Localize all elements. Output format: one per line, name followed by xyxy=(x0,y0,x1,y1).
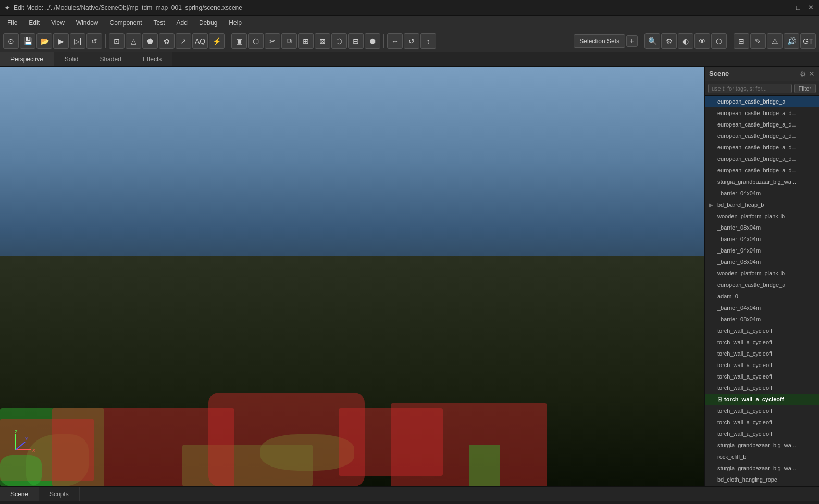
toolbar-btn-view4[interactable]: 👁 xyxy=(694,33,710,49)
scene-panel-settings[interactable]: ⚙ xyxy=(800,70,806,78)
scene-list-item[interactable]: _barrier_04x04m xyxy=(705,187,819,199)
scene-list-item[interactable]: european_castle_bridge_a_d... xyxy=(705,165,819,176)
menu-view[interactable]: View xyxy=(46,18,70,28)
toolbar-btn-11[interactable]: AQ xyxy=(192,33,208,49)
toolbar-btn-8[interactable]: ⬟ xyxy=(142,33,158,49)
toolbar-btn-r4[interactable]: 🔊 xyxy=(784,33,799,49)
menu-window[interactable]: Window xyxy=(71,18,104,28)
scene-list-item[interactable]: european_castle_bridge_a_d... xyxy=(705,130,819,142)
toolbar-btn-20[interactable]: ⬢ xyxy=(365,33,380,49)
toolbar-btn-1[interactable]: ⊙ xyxy=(3,33,19,49)
scene-list-item[interactable]: torch_wall_a_cycleoff xyxy=(705,382,819,394)
toolbar-btn-view2[interactable]: ⚙ xyxy=(661,33,677,49)
main-area: X Z Y Scene ⚙ ✕ Filter european_castle_b… xyxy=(0,67,819,486)
minimize-button[interactable]: — xyxy=(781,4,790,12)
scene-list-item[interactable]: ▶bd_barrel_heap_b xyxy=(705,199,819,210)
scene-list-item[interactable]: european_castle_bridge_a xyxy=(705,279,819,291)
scene-item-label: _barrier_08x04m xyxy=(717,259,761,265)
bottom-tab-scripts[interactable]: Scripts xyxy=(39,487,80,501)
scene-list-item[interactable]: torch_wall_a_cycleoff xyxy=(705,417,819,428)
scene-list-item[interactable]: wooden_platform_plank_b xyxy=(705,268,819,279)
toolbar-btn-19[interactable]: ⊟ xyxy=(348,33,364,49)
scene-panel-close[interactable]: ✕ xyxy=(809,70,815,78)
scene-list-item[interactable]: european_castle_bridge_a_d... xyxy=(705,107,819,119)
menu-debug[interactable]: Debug xyxy=(194,18,222,28)
toolbar-btn-23[interactable]: ↕ xyxy=(420,33,436,49)
scene-list-item[interactable]: adam_0 xyxy=(705,291,819,302)
viewport-tab-solid[interactable]: Solid xyxy=(54,52,90,66)
scene-list-item[interactable]: european_castle_bridge_a_d... xyxy=(705,119,819,130)
menu-file[interactable]: File xyxy=(2,18,22,28)
toolbar-btn-3[interactable]: 📂 xyxy=(36,33,52,49)
scene-list-item[interactable]: _barrier_04x04m xyxy=(705,245,819,256)
viewport[interactable]: X Z Y xyxy=(0,67,704,486)
scene-list-item[interactable]: torch_wall_a_cycleoff xyxy=(705,359,819,371)
toolbar-btn-14[interactable]: ✂ xyxy=(265,33,280,49)
toolbar-btn-22[interactable]: ↺ xyxy=(404,33,419,49)
toolbar-btn-17[interactable]: ⊠ xyxy=(315,33,330,49)
selection-sets-button[interactable]: Selection Sets xyxy=(574,34,625,48)
scene-list-item[interactable]: bd_cloth_hanging_rope xyxy=(705,485,819,486)
toolbar-btn-10[interactable]: ↗ xyxy=(176,33,191,49)
toolbar-btn-select[interactable]: ▣ xyxy=(231,33,247,49)
toolbar-btn-r1[interactable]: ⊟ xyxy=(734,33,749,49)
toolbar-btn-9[interactable]: ✿ xyxy=(159,33,175,49)
expand-arrow-icon[interactable]: ▶ xyxy=(709,202,715,208)
toolbar-btn-5[interactable]: ↺ xyxy=(86,33,102,49)
scene-list-item[interactable]: sturgia_grandbazaar_big_wa... xyxy=(705,439,819,451)
scene-list-item[interactable]: _barrier_08x04m xyxy=(705,256,819,268)
menu-test[interactable]: Test xyxy=(148,18,170,28)
toolbar-btn-r2[interactable]: ✎ xyxy=(750,33,766,49)
scene-list-item[interactable]: _barrier_08x04m xyxy=(705,313,819,325)
toolbar-btn-r5[interactable]: GT xyxy=(800,33,816,49)
scene-list-item[interactable]: wooden_platform_plank_b xyxy=(705,210,819,222)
toolbar-btn-view5[interactable]: ⬡ xyxy=(711,33,727,49)
add-selection-set-button[interactable]: + xyxy=(626,35,638,47)
viewport-tab-perspective[interactable]: Perspective xyxy=(0,52,54,66)
toolbar-btn-6[interactable]: ⊡ xyxy=(109,33,125,49)
toolbar-btn-18[interactable]: ⬡ xyxy=(331,33,347,49)
close-button[interactable]: ✕ xyxy=(806,4,815,12)
scene-list[interactable]: european_castle_bridge_a european_castle… xyxy=(705,96,819,486)
scene-list-item[interactable]: torch_wall_a_cycleoff xyxy=(705,348,819,359)
scene-list-item[interactable]: rock_cliff_b xyxy=(705,451,819,462)
scene-list-item[interactable]: bd_cloth_hanging_rope xyxy=(705,474,819,485)
scene-list-item[interactable]: european_castle_bridge_a_d... xyxy=(705,153,819,165)
menu-add[interactable]: Add xyxy=(171,18,193,28)
scene-list-item[interactable]: european_castle_bridge_a_d... xyxy=(705,142,819,153)
scene-list-item[interactable]: ⊡torch_wall_a_cycleoff xyxy=(705,394,819,405)
toolbar-btn-r3[interactable]: ⚠ xyxy=(767,33,783,49)
scene-list-item[interactable]: torch_wall_a_cycleoff xyxy=(705,405,819,417)
scene-list-item[interactable]: sturgia_grandbazaar_big_wa... xyxy=(705,462,819,474)
viewport-tab-effects[interactable]: Effects xyxy=(132,52,172,66)
menu-help[interactable]: Help xyxy=(224,18,247,28)
maximize-button[interactable]: □ xyxy=(794,4,802,12)
toolbar-btn-16[interactable]: ⊞ xyxy=(298,33,314,49)
scene-list-item[interactable]: torch_wall_a_cycleoff xyxy=(705,371,819,382)
toolbar-btn-view1[interactable]: 🔍 xyxy=(644,33,660,49)
toolbar-btn-7[interactable]: △ xyxy=(126,33,141,49)
toolbar-btn-view3[interactable]: ◐ xyxy=(678,33,693,49)
scene-list-item[interactable]: torch_wall_a_cycleoff xyxy=(705,336,819,348)
scene-list-item[interactable]: _barrier_08x04m xyxy=(705,222,819,233)
scene-list-item[interactable]: european_castle_bridge_a xyxy=(705,96,819,107)
scene-filter-input[interactable] xyxy=(708,84,792,93)
toolbar-btn-13[interactable]: ⬡ xyxy=(248,33,264,49)
toolbar-btn-12[interactable]: ⚡ xyxy=(209,33,225,49)
toolbar-btn-21[interactable]: ↔ xyxy=(387,33,403,49)
scene-list-item[interactable]: torch_wall_a_cycleoff xyxy=(705,325,819,336)
scene-list-item[interactable]: sturgia_grandbazaar_big_wa... xyxy=(705,176,819,187)
bottom-tab-scene[interactable]: Scene xyxy=(0,487,39,501)
toolbar-btn-play[interactable]: ▶ xyxy=(53,33,69,49)
scene-list-item[interactable]: torch_wall_a_cycleoff xyxy=(705,428,819,439)
viewport-tab-shaded[interactable]: Shaded xyxy=(89,52,132,66)
scene-list-item[interactable]: _barrier_04x04m xyxy=(705,233,819,245)
scene-list-item[interactable]: _barrier_04x04m xyxy=(705,302,819,313)
toolbar-btn-15[interactable]: ⧉ xyxy=(281,33,297,49)
toolbar-btn-2[interactable]: 💾 xyxy=(20,33,35,49)
scene-filter-button[interactable]: Filter xyxy=(794,84,816,93)
bottom-tabs: SceneScripts xyxy=(0,486,819,501)
menu-edit[interactable]: Edit xyxy=(23,18,45,28)
menu-component[interactable]: Component xyxy=(105,18,147,28)
toolbar-btn-step[interactable]: ▷| xyxy=(70,33,85,49)
